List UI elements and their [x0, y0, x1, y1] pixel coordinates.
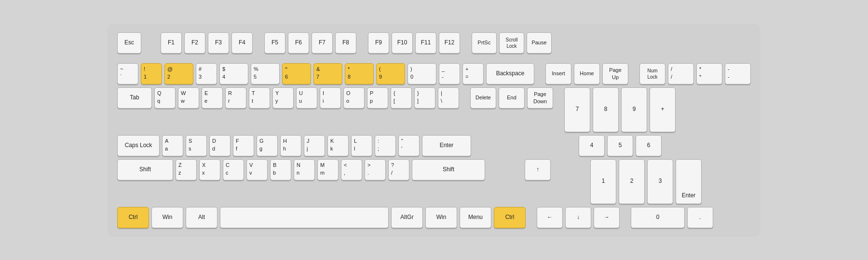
- key-page-down[interactable]: PageDown: [527, 87, 553, 109]
- key-v[interactable]: V v: [246, 159, 268, 180]
- key-e[interactable]: E e: [202, 87, 223, 109]
- key-caps-lock[interactable]: Caps Lock: [117, 135, 160, 156]
- key-num-6[interactable]: 6: [636, 135, 662, 156]
- key-backtick[interactable]: ~ `: [117, 63, 138, 84]
- key-num-enter[interactable]: Enter: [676, 159, 702, 204]
- key-x[interactable]: X x: [199, 159, 220, 180]
- key-f11[interactable]: F11: [415, 32, 436, 54]
- key-num-slash[interactable]: / /: [668, 63, 694, 84]
- key-tab[interactable]: Tab: [117, 87, 152, 109]
- key-z[interactable]: Z z: [176, 159, 197, 180]
- key-y[interactable]: Y y: [272, 87, 294, 109]
- key-7[interactable]: & 7: [313, 63, 342, 84]
- key-period[interactable]: > .: [365, 159, 386, 180]
- key-s[interactable]: S s: [186, 135, 207, 156]
- key-pause[interactable]: Pause: [527, 32, 552, 54]
- key-num-7[interactable]: 7: [564, 87, 590, 132]
- key-f2[interactable]: F2: [184, 32, 205, 54]
- key-f1[interactable]: F1: [161, 32, 182, 54]
- key-num-lock[interactable]: NumLock: [639, 63, 665, 84]
- key-1[interactable]: ! 1: [141, 63, 162, 84]
- key-f[interactable]: F f: [233, 135, 254, 156]
- key-arrow-up[interactable]: ↑: [525, 159, 551, 180]
- key-esc[interactable]: Esc: [117, 32, 141, 54]
- key-arrow-left[interactable]: ←: [537, 207, 563, 228]
- key-f12[interactable]: F12: [439, 32, 460, 54]
- key-open-bracket[interactable]: { [: [391, 87, 412, 109]
- key-minus[interactable]: _ -: [439, 63, 460, 84]
- key-f8[interactable]: F8: [335, 32, 356, 54]
- key-semicolon[interactable]: : ;: [375, 135, 396, 156]
- key-g[interactable]: G g: [257, 135, 278, 156]
- key-ctrl-left[interactable]: Ctrl: [117, 207, 149, 228]
- key-close-bracket[interactable]: } ]: [414, 87, 435, 109]
- key-w[interactable]: W w: [178, 87, 199, 109]
- key-altgr[interactable]: AltGr: [391, 207, 423, 228]
- key-c[interactable]: C c: [223, 159, 244, 180]
- key-num-8[interactable]: 8: [593, 87, 619, 132]
- key-f4[interactable]: F4: [231, 32, 253, 54]
- key-win-right[interactable]: Win: [425, 207, 457, 228]
- key-arrow-down[interactable]: ↓: [565, 207, 591, 228]
- key-f5[interactable]: F5: [264, 32, 285, 54]
- key-m[interactable]: M m: [317, 159, 339, 180]
- key-prtsc[interactable]: PrtSc: [472, 32, 497, 54]
- key-delete[interactable]: Delete: [470, 87, 496, 109]
- key-6[interactable]: ^ 6: [282, 63, 311, 84]
- key-page-up[interactable]: PageUp: [602, 63, 628, 84]
- key-alt-left[interactable]: Alt: [186, 207, 217, 228]
- key-enter[interactable]: Enter: [422, 135, 471, 156]
- key-u[interactable]: U u: [296, 87, 317, 109]
- key-4[interactable]: $ 4: [219, 63, 248, 84]
- key-2[interactable]: @ 2: [164, 63, 193, 84]
- key-backspace[interactable]: Backspace: [486, 63, 534, 84]
- key-insert[interactable]: Insert: [545, 63, 571, 84]
- key-num-5[interactable]: 5: [607, 135, 633, 156]
- key-shift-left[interactable]: Shift: [117, 159, 173, 180]
- key-num-dot[interactable]: .: [687, 207, 713, 228]
- key-i[interactable]: I i: [320, 87, 341, 109]
- key-a[interactable]: A a: [162, 135, 183, 156]
- key-5[interactable]: % 5: [251, 63, 280, 84]
- key-0[interactable]: ) 0: [407, 63, 436, 84]
- key-scroll-lock[interactable]: ScrollLock: [499, 32, 524, 54]
- key-f6[interactable]: F6: [288, 32, 309, 54]
- key-ctrl-right[interactable]: Ctrl: [494, 207, 526, 228]
- key-l[interactable]: L l: [351, 135, 372, 156]
- key-k[interactable]: K k: [327, 135, 349, 156]
- key-num-minus[interactable]: - -: [725, 63, 751, 84]
- key-n[interactable]: N n: [294, 159, 315, 180]
- key-j[interactable]: J j: [304, 135, 325, 156]
- key-num-1[interactable]: 1: [590, 159, 616, 204]
- key-equals[interactable]: + =: [462, 63, 484, 84]
- key-backslash[interactable]: | \: [438, 87, 459, 109]
- key-num-2[interactable]: 2: [619, 159, 645, 204]
- key-t[interactable]: T t: [249, 87, 270, 109]
- key-h[interactable]: H h: [280, 135, 301, 156]
- key-num-0[interactable]: 0: [631, 207, 685, 228]
- key-num-9[interactable]: 9: [621, 87, 647, 132]
- key-space[interactable]: [220, 207, 389, 228]
- key-p[interactable]: P p: [367, 87, 388, 109]
- key-r[interactable]: R r: [225, 87, 246, 109]
- key-end[interactable]: End: [499, 87, 525, 109]
- key-q[interactable]: Q q: [154, 87, 176, 109]
- key-8[interactable]: * 8: [345, 63, 374, 84]
- key-num-plus[interactable]: +: [650, 87, 676, 132]
- key-num-4[interactable]: 4: [579, 135, 605, 156]
- key-comma[interactable]: < ,: [341, 159, 362, 180]
- key-home[interactable]: Home: [574, 63, 600, 84]
- key-arrow-right[interactable]: →: [594, 207, 620, 228]
- key-d[interactable]: D d: [209, 135, 231, 156]
- key-shift-right[interactable]: Shift: [412, 159, 485, 180]
- key-quote[interactable]: " ': [398, 135, 420, 156]
- key-win-left[interactable]: Win: [151, 207, 183, 228]
- key-f3[interactable]: F3: [208, 32, 229, 54]
- key-f7[interactable]: F7: [312, 32, 333, 54]
- key-b[interactable]: B b: [270, 159, 291, 180]
- key-f10[interactable]: F10: [392, 32, 413, 54]
- key-3[interactable]: # 3: [196, 63, 217, 84]
- key-o[interactable]: O o: [343, 87, 365, 109]
- key-menu[interactable]: Menu: [460, 207, 491, 228]
- key-slash[interactable]: ? /: [388, 159, 409, 180]
